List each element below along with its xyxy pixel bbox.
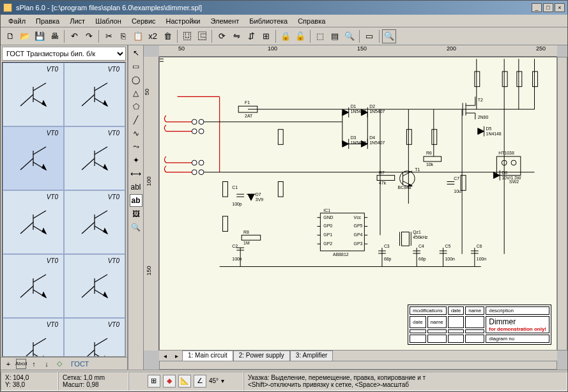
library-combo[interactable]: ГОСТ Транзисторы бип. б/к	[2, 47, 126, 61]
search-button[interactable]: 🔍	[342, 29, 357, 43]
lib-abcd-icon[interactable]: Abcd	[16, 359, 26, 369]
svg-text:Qz1: Qz1	[413, 230, 421, 235]
polygon-tool[interactable]: △	[130, 87, 142, 100]
svg-text:68p: 68p	[384, 257, 392, 262]
tab-power-supply[interactable]: 2: Power supply	[233, 351, 290, 361]
symbol-cell[interactable]: VT0	[64, 190, 125, 254]
node-tool[interactable]: ✦	[130, 154, 142, 167]
ruler-button[interactable]: 📐	[178, 375, 191, 388]
svg-text:D7: D7	[256, 192, 261, 197]
lib-down-icon[interactable]: ↓	[42, 359, 52, 369]
list-button[interactable]: ▤	[328, 29, 342, 43]
line-tool[interactable]: ╱	[130, 114, 142, 126]
page-button[interactable]: ▭	[362, 29, 376, 43]
svg-text:R8: R8	[243, 230, 249, 234]
svg-rect-90	[424, 156, 441, 162]
svg-line-33	[33, 275, 46, 282]
curve-tool[interactable]: ∿	[130, 127, 142, 140]
circle-tool[interactable]: ◯	[130, 73, 142, 86]
menu-help[interactable]: Справка	[293, 16, 330, 26]
symbol-cell[interactable]: VT0	[3, 190, 64, 254]
svg-text:1N4148: 1N4148	[486, 132, 502, 136]
symbol-cell[interactable]: VT0	[64, 318, 125, 356]
menu-sheet[interactable]: Лист	[65, 16, 90, 26]
vertical-scrollbar[interactable]	[557, 57, 567, 351]
lib-plus-icon[interactable]: +	[3, 359, 13, 369]
special-tool[interactable]: ⬠	[130, 100, 142, 113]
symbol-cell[interactable]: VT0	[3, 126, 64, 190]
svg-text:D3: D3	[351, 135, 357, 140]
angle-button[interactable]: ∠	[194, 375, 206, 388]
text-tool[interactable]: abl	[130, 181, 142, 193]
mirror-v-button[interactable]: ⇵	[244, 29, 258, 43]
svg-line-46	[82, 350, 95, 356]
horizontal-scrollbar[interactable]	[159, 361, 557, 370]
svg-text:D4: D4	[369, 135, 375, 140]
svg-text:GP0: GP0	[323, 223, 332, 228]
svg-text:T2: T2	[478, 98, 483, 102]
new-button[interactable]: 🗋	[3, 29, 17, 43]
pointer-tool[interactable]: ↖	[130, 47, 142, 59]
tab-nav-right[interactable]: ▸	[171, 351, 182, 361]
statusbar: X: 104,0 Y: 38,0 Сетка: 1,0 mm Масшт: 0,…	[1, 370, 567, 391]
lock-button[interactable]: 🔒	[279, 29, 293, 43]
snap-button[interactable]: ⊞	[148, 375, 160, 388]
image-tool[interactable]: 🖼	[130, 207, 142, 220]
delete-button[interactable]: 🗑	[160, 29, 174, 43]
undo-button[interactable]: ↶	[67, 29, 81, 43]
svg-rect-95	[475, 72, 480, 87]
menu-template[interactable]: Шаблон	[90, 16, 127, 26]
rubber-button[interactable]: ◆	[163, 375, 176, 388]
ungroup-button[interactable]: ⿷	[195, 29, 209, 43]
svg-point-85	[400, 171, 415, 186]
cut-button[interactable]: ✂	[102, 29, 116, 43]
symbol-cell[interactable]: VT0	[3, 254, 64, 318]
select-button[interactable]: ⬚	[313, 29, 327, 43]
svg-point-57	[199, 160, 204, 165]
menu-edit[interactable]: Правка	[31, 16, 65, 26]
tab-amplifier[interactable]: 3: Amplifier	[290, 351, 333, 361]
copy-button[interactable]: ⎘	[116, 29, 130, 43]
open-button[interactable]: 📂	[18, 29, 32, 43]
group-button[interactable]: ⿶	[180, 29, 194, 43]
menu-service[interactable]: Сервис	[127, 16, 161, 26]
menu-element[interactable]: Элемент	[205, 16, 244, 26]
zoom-tool[interactable]: 🔍	[130, 221, 142, 234]
lib-book-icon[interactable]: ◇	[54, 359, 65, 369]
mirror-h-button[interactable]: ⇋	[229, 29, 243, 43]
symbol-cell[interactable]: VT0	[3, 318, 64, 356]
svg-text:C3: C3	[384, 244, 390, 248]
minimize-button[interactable]: _	[532, 3, 542, 12]
tab-main-circuit[interactable]: 1: Main circuit	[182, 351, 233, 361]
symbol-cell[interactable]: VT0	[3, 63, 64, 126]
save-button[interactable]: 💾	[33, 29, 47, 43]
menu-library[interactable]: Библиотека	[244, 16, 293, 26]
rotate-button[interactable]: ⟳	[215, 29, 229, 43]
lock2-button[interactable]: 🔓	[293, 29, 307, 43]
redo-button[interactable]: ↷	[82, 29, 96, 43]
duplicate-button[interactable]: x2	[146, 29, 160, 43]
schematic-canvas[interactable]: F1 2AT D11N5407 D21N5407 D31N5407 D41N54…	[159, 57, 557, 351]
dimension-tool[interactable]: ⟷	[130, 167, 142, 180]
lib-up-icon[interactable]: ↑	[29, 359, 39, 369]
titlebar[interactable]: sPlan 6.0 - [c:\program files\splan 6.0\…	[1, 1, 567, 15]
svg-text:T1: T1	[415, 167, 420, 172]
menu-settings[interactable]: Настройки	[161, 16, 206, 26]
svg-text:IC1: IC1	[323, 208, 330, 213]
tab-nav-left[interactable]: ◂	[159, 351, 171, 361]
zoom-button[interactable]: 🔍	[382, 29, 396, 43]
close-button[interactable]: ×	[555, 3, 565, 12]
rect-tool[interactable]: ▭	[130, 60, 142, 73]
maximize-button[interactable]: □	[543, 3, 553, 12]
svg-point-58	[192, 170, 197, 175]
menu-file[interactable]: Файл	[3, 16, 31, 26]
bezier-tool[interactable]: ⤳	[130, 140, 142, 153]
label-tool[interactable]: ab	[130, 194, 142, 207]
print-button[interactable]: 🖶	[47, 29, 61, 43]
symbol-cell[interactable]: VT0	[64, 63, 125, 126]
symbol-cell[interactable]: VT0	[64, 126, 125, 190]
angle-dropdown-icon[interactable]: ▾	[221, 377, 224, 384]
paste-button[interactable]: 📋	[131, 29, 145, 43]
symbol-cell[interactable]: VT0	[64, 254, 125, 318]
align-button[interactable]: ⊞	[259, 29, 273, 43]
